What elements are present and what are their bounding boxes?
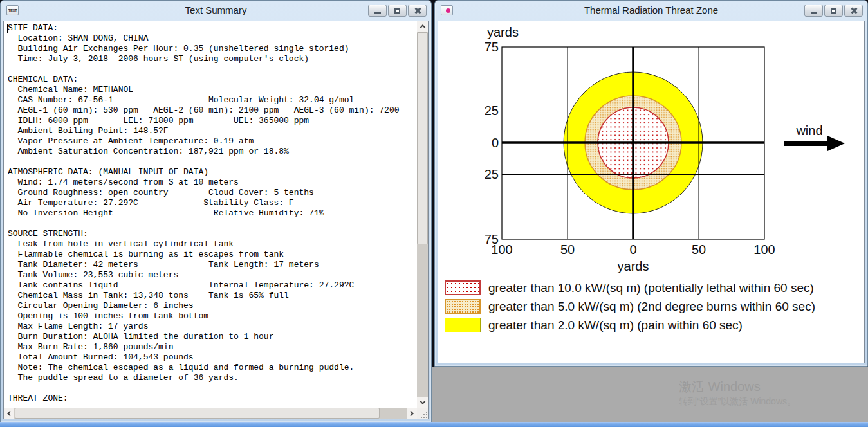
maximize-icon (394, 8, 400, 14)
summary-line: Leak from hole in vertical cylindrical t… (8, 239, 417, 250)
summary-line: Location: SHAN DONG, CHINA (8, 33, 417, 44)
summary-line: Vapor Pressure at Ambient Temperature: 0… (8, 136, 417, 147)
summary-line: Max Burn Rate: 1,860 pounds/min (8, 342, 417, 352)
x-tick-50-right: 50 (692, 242, 706, 257)
vertical-scroll-track[interactable] (417, 32, 428, 397)
summary-line: AEGL-1 (60 min): 530 ppm AEGL-2 (60 min)… (8, 105, 417, 116)
summary-line: Burn Duration: ALOHA limited the duratio… (8, 332, 417, 342)
summary-line: Time: July 3, 2018 2006 hours ST (using … (8, 54, 417, 64)
summary-line: Max Flame Length: 17 yards (8, 322, 417, 332)
summary-line: CAS Number: 67-56-1 Molecular Weight: 32… (8, 95, 417, 105)
summary-line: Ambient Boiling Point: 148.5?F (8, 126, 417, 136)
x-axis-unit-label: yards (618, 259, 649, 273)
summary-line (8, 157, 417, 167)
summary-line: THREAT ZONE: (8, 394, 417, 404)
threat-zone-legend: greater than 10.0 kW/(sq m) (potentially… (445, 280, 864, 336)
x-tick-100-left: 100 (491, 242, 512, 257)
close-icon (414, 7, 421, 14)
y-tick-25-top: 25 (485, 104, 499, 118)
minimize-button[interactable] (368, 5, 387, 17)
legend-row-red: greater than 10.0 kW/(sq m) (potentially… (445, 280, 864, 295)
minimize-icon (374, 12, 381, 14)
summary-line: Air Temperature: 27.29?C Stability Class… (8, 198, 417, 208)
summary-line: Tank contains liquid Internal Temperatur… (8, 280, 417, 291)
maximize-button[interactable] (388, 5, 407, 17)
summary-line: Circular Opening Diameter: 6 inches (8, 301, 417, 311)
red-zone-swatch-icon (445, 280, 481, 295)
chevron-left-icon (7, 410, 12, 415)
close-icon (850, 7, 857, 14)
summary-line: No Inversion Height Relative Humidity: 7… (8, 208, 417, 219)
scroll-left-button[interactable] (4, 408, 14, 419)
summary-line: Ground Roughness: open country Cloud Cov… (8, 188, 417, 198)
desktop-background: 激活 Windows 转到“设置”以激活 Windows。 (432, 367, 868, 422)
summary-line: Chemical Mass in Tank: 13,348 tons Tank … (8, 291, 417, 301)
x-tick-50-left: 50 (560, 242, 575, 257)
legend-row-orange: greater than 5.0 kW/(sq m) (2nd degree b… (445, 299, 864, 314)
windows-activation-watermark: 激活 Windows (679, 378, 761, 395)
y-tick-75-top: 75 (485, 40, 499, 54)
y-axis-unit-label: yards (487, 25, 519, 39)
vertical-scrollbar[interactable] (417, 21, 428, 408)
threat-zone-chart: yards yards 75 25 0 25 75 100 50 0 50 10… (438, 21, 865, 278)
summary-line: Note: The chemical escaped as a liquid a… (8, 363, 417, 373)
minimize-icon (811, 12, 817, 14)
summary-line: Wind: 1.74 meters/second from S at 10 me… (8, 177, 417, 188)
summary-line: SOURCE STRENGTH: (8, 229, 417, 239)
summary-line: CHEMICAL DATA: (8, 75, 417, 85)
summary-text[interactable]: SITE DATA: Location: SHAN DONG, CHINA Bu… (4, 21, 417, 408)
legend-label-red: greater than 10.0 kW/(sq m) (potentially… (488, 281, 814, 295)
summary-line (8, 219, 417, 229)
y-tick-25-bottom: 25 (485, 167, 499, 181)
summary-line: The puddle spread to a diameter of 36 ya… (8, 373, 417, 383)
chevron-down-icon (420, 399, 425, 404)
legend-label-yellow: greater than 2.0 kW/(sq m) (pain within … (488, 318, 743, 332)
text-summary-client: SITE DATA: Location: SHAN DONG, CHINA Bu… (3, 21, 429, 419)
horizontal-scrollbar[interactable] (4, 408, 417, 419)
summary-line: SITE DATA: (8, 23, 417, 33)
scroll-down-button[interactable] (417, 397, 428, 408)
summary-line: ATMOSPHERIC DATA: (MANUAL INPUT OF DATA) (8, 167, 417, 177)
x-tick-0: 0 (629, 242, 636, 257)
threat-zone-client: yards yards 75 25 0 25 75 100 50 0 50 10… (438, 21, 865, 363)
close-button[interactable] (408, 5, 427, 17)
yellow-zone-swatch-icon (445, 318, 481, 332)
summary-line: Tank Diameter: 42 meters Tank Length: 17… (8, 260, 417, 270)
text-caret (7, 24, 8, 33)
summary-line: Flammable chemical is burning as it esca… (8, 250, 417, 260)
minimize-button[interactable] (804, 5, 823, 17)
summary-line: IDLH: 6000 ppm LEL: 71800 ppm UEL: 36500… (8, 116, 417, 126)
resize-grip[interactable] (417, 408, 428, 419)
summary-line (8, 64, 417, 75)
legend-row-yellow: greater than 2.0 kW/(sq m) (pain within … (445, 318, 864, 332)
summary-line: Chemical Name: METHANOL (8, 85, 417, 95)
maximize-icon (831, 8, 836, 14)
horizontal-scroll-thumb[interactable] (15, 408, 380, 419)
windows-activation-watermark-subtitle: 转到“设置”以激活 Windows。 (679, 396, 796, 408)
maximize-button[interactable] (824, 5, 843, 17)
text-summary-window: TEXT Text Summary SITE DATA: Location: S… (0, 0, 432, 422)
scroll-right-button[interactable] (407, 408, 417, 419)
horizontal-scroll-track[interactable] (14, 408, 407, 419)
legend-label-orange: greater than 5.0 kW/(sq m) (2nd degree b… (488, 300, 815, 314)
vertical-scroll-thumb[interactable] (417, 32, 428, 244)
summary-line: Ambient Saturation Concentration: 187,92… (8, 147, 417, 157)
summary-line: Building Air Exchanges Per Hour: 0.35 (u… (8, 44, 417, 54)
wind-label: wind (795, 123, 822, 138)
text-summary-titlebar[interactable]: TEXT Text Summary (1, 1, 431, 21)
summary-line: Total Amount Burned: 104,543 pounds (8, 352, 417, 363)
summary-line: Tank Volume: 23,553 cubic meters (8, 270, 417, 280)
x-tick-100-right: 100 (753, 242, 775, 257)
wind-arrow-icon (784, 136, 845, 151)
orange-zone-swatch-icon (445, 299, 481, 314)
close-button[interactable] (844, 5, 863, 17)
scroll-up-button[interactable] (417, 21, 428, 32)
threat-zone-titlebar[interactable]: Thermal Radiation Threat Zone (435, 1, 867, 21)
summary-line: Opening is 100 inches from tank bottom (8, 311, 417, 322)
threat-zone-window: Thermal Radiation Threat Zone (434, 0, 868, 367)
threat-zone-title: Thermal Radiation Threat Zone (435, 5, 867, 15)
taskbar[interactable] (0, 422, 868, 427)
summary-line (8, 383, 417, 394)
y-tick-0: 0 (492, 136, 499, 150)
resize-grip-dots (423, 414, 425, 415)
